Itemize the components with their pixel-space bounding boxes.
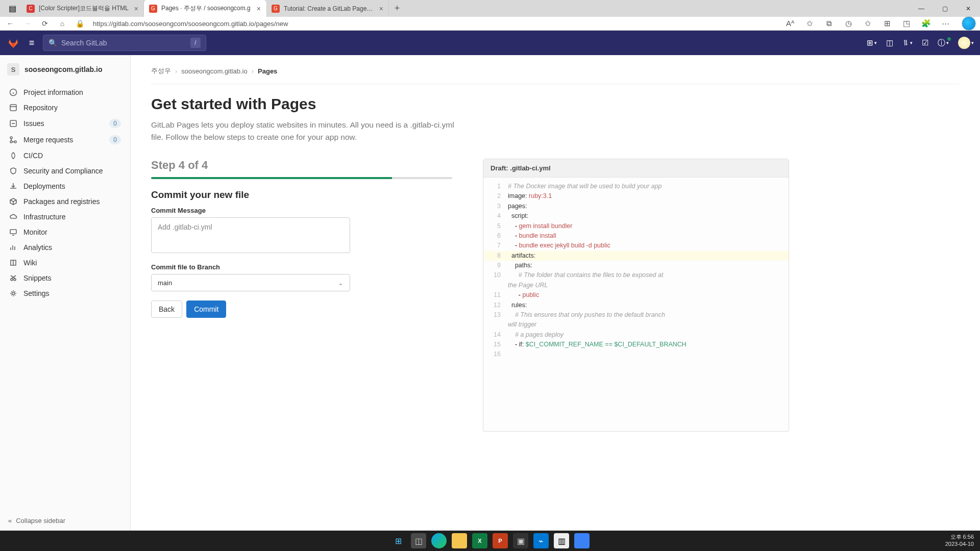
sidebar-item-wiki[interactable]: Wiki — [0, 255, 130, 270]
downloads-icon[interactable]: ⧉ — [823, 19, 835, 28]
bing-icon[interactable] — [962, 16, 976, 31]
system-clock[interactable]: 오후 6:56 2023-04-10 — [945, 534, 974, 548]
favicon-icon: G — [149, 5, 157, 13]
todo-icon[interactable]: ☑ — [922, 38, 928, 47]
svg-point-9 — [12, 292, 15, 295]
sidebar-item-issues[interactable]: Issues 0 — [0, 115, 130, 132]
forward-icon[interactable]: → — [21, 19, 34, 28]
browser-tab[interactable]: C [Color Scripter]코드블럭을 HTML × — [21, 0, 144, 17]
issues-shortcut-icon[interactable]: ◫ — [886, 38, 893, 47]
chevron-right-icon: › — [252, 67, 254, 75]
browser-tab[interactable]: G Pages · 주성우 / sooseongcom.g × — [144, 0, 266, 17]
minimize-button[interactable]: — — [910, 0, 933, 17]
project-header[interactable]: S sooseongcom.gitlab.io — [0, 59, 130, 80]
sidebar-item-label: Project information — [23, 88, 83, 96]
avatar — [958, 37, 970, 49]
topnav-right: ⊞▾ ◫ ⥮▾ ☑ ⓘ▾ ▾ — [867, 37, 974, 49]
performance-icon[interactable]: ◷ — [842, 19, 854, 28]
breadcrumb-link[interactable]: sooseongcom.gitlab.io — [181, 67, 247, 75]
vscode-icon[interactable]: ⌁ — [533, 533, 549, 548]
sidebar-item-cicd[interactable]: CI/CD — [0, 148, 130, 163]
svg-rect-6 — [10, 230, 16, 234]
star-outline-icon[interactable]: ✩ — [803, 19, 816, 28]
sidebar-item-label: Analytics — [23, 243, 52, 252]
breadcrumb-link[interactable]: 주성우 — [151, 66, 171, 76]
sidebar-item-packages[interactable]: Packages and registries — [0, 194, 130, 209]
chevron-left-icon: « — [8, 517, 12, 524]
commit-message-label: Commit Message — [151, 207, 452, 214]
help-icon[interactable]: ⓘ▾ — [938, 38, 949, 48]
excel-icon[interactable]: X — [472, 533, 487, 548]
edge-icon[interactable] — [431, 533, 447, 548]
commit-message-input[interactable]: Add .gitlab-ci.yml — [151, 217, 350, 253]
merge-requests-shortcut-icon[interactable]: ⥮▾ — [902, 38, 913, 47]
sidebar-item-label: Settings — [23, 289, 50, 297]
user-menu[interactable]: ▾ — [958, 37, 974, 49]
sidebar-item-merge-requests[interactable]: Merge requests 0 — [0, 132, 130, 148]
collapse-label: Collapse sidebar — [16, 517, 65, 524]
collections-icon[interactable]: ⊞ — [881, 19, 893, 28]
count-badge: 0 — [109, 119, 121, 128]
progress-bar — [151, 177, 452, 179]
sidebar-item-project-information[interactable]: Project information — [0, 85, 130, 100]
sidebar-item-security[interactable]: Security and Compliance — [0, 163, 130, 179]
sidebar-item-snippets[interactable]: Snippets — [0, 270, 130, 286]
explorer-icon[interactable] — [452, 533, 467, 548]
create-button[interactable]: ⊞▾ — [867, 38, 877, 47]
sidebar-item-monitor[interactable]: Monitor — [0, 224, 130, 240]
app-icon[interactable]: ▥ — [554, 533, 569, 548]
close-icon[interactable]: × — [379, 5, 383, 13]
close-icon[interactable]: × — [257, 5, 261, 13]
start-button[interactable]: ⊞ — [390, 533, 406, 548]
gitlab-logo-icon[interactable] — [6, 36, 20, 50]
favicon-icon: G — [272, 5, 280, 13]
menu-icon[interactable]: ≡ — [26, 38, 38, 48]
browser-tabs: ▤ C [Color Scripter]코드블럭을 HTML × G Pages… — [0, 0, 980, 17]
sidebar-item-repository[interactable]: Repository — [0, 100, 130, 115]
close-window-button[interactable]: ✕ — [957, 0, 980, 17]
sidebar-item-settings[interactable]: Settings — [0, 286, 130, 301]
book-icon — [9, 259, 17, 267]
rocket-icon — [9, 152, 17, 160]
browser-tab[interactable]: G Tutorial: Create a GitLab Pages w × — [266, 0, 389, 17]
terminal-icon[interactable]: ▣ — [513, 533, 528, 548]
sidebar-item-label: Repository — [23, 104, 58, 112]
more-icon[interactable]: ⋯ — [939, 19, 951, 28]
branch-label: Commit file to Branch — [151, 263, 452, 271]
commit-button[interactable]: Commit — [186, 300, 226, 318]
new-tab-button[interactable]: + — [389, 0, 405, 17]
issues-icon — [9, 119, 17, 128]
tab-actions-icon[interactable]: ▤ — [3, 0, 21, 17]
back-button[interactable]: Back — [151, 300, 182, 318]
clock-date: 2023-04-10 — [945, 541, 974, 548]
app-icon[interactable] — [574, 533, 590, 548]
favorites-icon[interactable]: ✩ — [862, 19, 874, 28]
profile-icon[interactable]: 🧩 — [920, 19, 932, 28]
home-icon[interactable]: ⌂ — [56, 19, 68, 28]
extension-icon[interactable]: ◳ — [900, 19, 913, 28]
collapse-sidebar-button[interactable]: « Collapse sidebar — [0, 511, 130, 531]
svg-rect-1 — [10, 105, 16, 111]
taskview-icon[interactable]: ◫ — [411, 533, 426, 548]
count-badge: 0 — [109, 135, 121, 144]
step-panel: Step 4 of 4 Commit your new file Commit … — [151, 159, 452, 318]
text-size-icon[interactable]: Aᴬ — [784, 19, 796, 28]
address-bar-row: ← → ⟳ ⌂ 🔒 https://gitlab.com/sooseongcom… — [0, 17, 980, 31]
scissors-icon — [9, 274, 17, 282]
address-bar[interactable]: https://gitlab.com/sooseongcom/sooseongc… — [93, 20, 288, 28]
branch-select[interactable]: main ⌄ — [151, 274, 350, 291]
chart-icon — [9, 243, 17, 252]
branch-value: main — [158, 279, 172, 287]
refresh-icon[interactable]: ⟳ — [39, 19, 51, 28]
maximize-button[interactable]: ▢ — [933, 0, 957, 17]
sidebar-item-deployments[interactable]: Deployments — [0, 179, 130, 194]
sidebar-item-analytics[interactable]: Analytics — [0, 240, 130, 255]
sidebar-item-infrastructure[interactable]: Infrastructure — [0, 209, 130, 224]
tab-title: Pages · 주성우 / sooseongcom.g — [161, 4, 253, 13]
close-icon[interactable]: × — [134, 5, 138, 13]
cloud-icon — [9, 213, 17, 221]
search-input[interactable]: 🔍 Search GitLab / — [43, 35, 206, 51]
back-icon[interactable]: ← — [4, 19, 16, 28]
powerpoint-icon[interactable]: P — [493, 533, 508, 548]
shield-icon — [9, 167, 17, 175]
